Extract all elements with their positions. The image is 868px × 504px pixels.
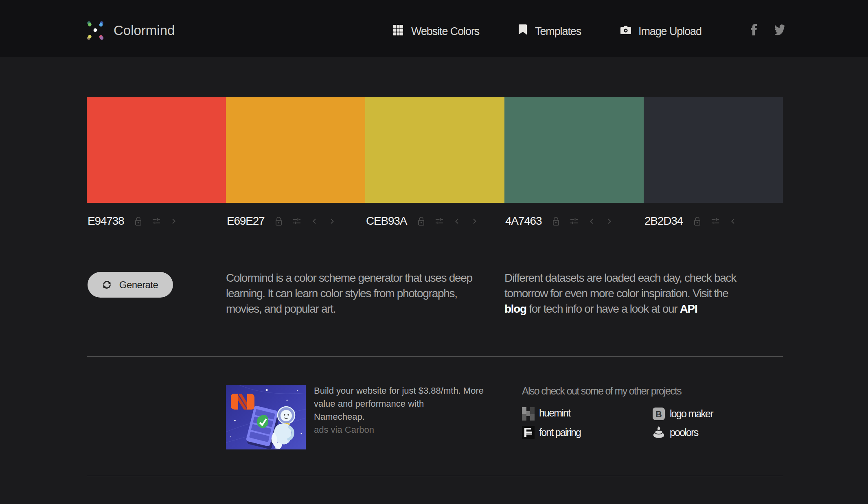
svg-text:B: B <box>655 409 662 419</box>
